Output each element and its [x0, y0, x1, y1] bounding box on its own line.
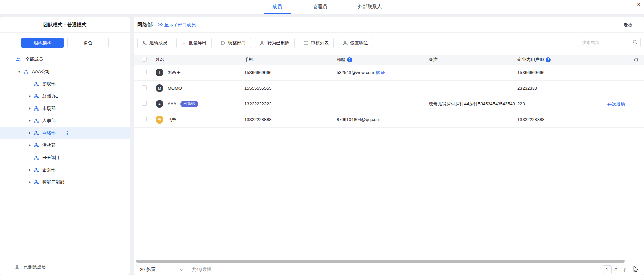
department-icon	[34, 94, 39, 98]
department-icon	[34, 156, 39, 160]
page-size-select[interactable]: 20 条/页	[136, 265, 186, 274]
tree-item-label: 总裁办1	[42, 93, 58, 99]
userid-help-icon[interactable]: ?	[546, 57, 551, 62]
reinvite-link[interactable]: 再次邀请	[607, 101, 625, 107]
show-sub-members-label: 显示子部门成员	[164, 22, 196, 28]
caret-right-icon[interactable]	[28, 169, 31, 171]
download-icon	[182, 41, 186, 45]
review-list-button[interactable]: 审核列表	[299, 38, 334, 48]
move-to-deleted-label: 转为已删除	[267, 40, 289, 46]
show-sub-members-link[interactable]: 显示子部门成员	[158, 22, 196, 28]
invited-status-badge: 已邀请	[180, 101, 198, 107]
avatar: 书	[156, 116, 163, 124]
tree-item-smart-capacity-dept[interactable]: 智能产能部	[0, 176, 130, 188]
caret-right-icon[interactable]	[28, 181, 31, 184]
role-button[interactable]: 角色	[67, 38, 109, 48]
pagination-bar: 20 条/页 共4条数据 1 /1 ❮ ❯	[134, 264, 644, 275]
set-position-label: 设置职位	[350, 40, 368, 46]
member-phone: 13322228888	[244, 117, 337, 122]
department-icon	[34, 180, 39, 184]
tree-item-label: 游戏部	[42, 81, 56, 87]
caret-right-icon[interactable]	[28, 119, 31, 122]
search-icon[interactable]	[633, 40, 638, 46]
person-x-icon	[260, 41, 265, 45]
page-root: 成员 管理员 外部联系人 × 团队模式：普通模式 组织架构 角色 全部成员	[0, 0, 644, 275]
member-search	[578, 38, 641, 47]
review-list-label: 审核列表	[311, 40, 329, 46]
row-checkbox[interactable]	[142, 85, 147, 90]
tree-item-hr-dept[interactable]: 人事部	[0, 115, 130, 127]
caret-right-icon[interactable]	[28, 95, 31, 98]
set-position-button[interactable]: 设置职位	[338, 38, 373, 48]
tab-members[interactable]: 成员	[262, 0, 292, 14]
caret-right-icon[interactable]	[28, 132, 31, 134]
tab-external-label: 外部联系人	[358, 4, 382, 10]
tree-item-ceo-office[interactable]: 总裁办1	[0, 90, 130, 102]
table-header: 姓名 手机 邮箱 ? 备注 企业内用户ID ? ⚙	[134, 55, 644, 65]
close-icon[interactable]: ×	[635, 1, 642, 8]
mode-switch: 组织架构 角色	[0, 38, 130, 48]
adjust-department-button[interactable]: 调整部门	[216, 38, 251, 48]
org-structure-button[interactable]: 组织架构	[21, 38, 64, 48]
email-help-icon[interactable]: ?	[347, 57, 352, 62]
table-row[interactable]: M MOMO 15555555555 23232333	[134, 81, 644, 96]
batch-export-label: 批量导出	[189, 40, 206, 46]
row-checkbox[interactable]	[142, 70, 147, 74]
caret-right-icon[interactable]	[28, 144, 31, 147]
member-phone: 15555555555	[244, 86, 337, 91]
tree-item-label: 市场部	[42, 105, 56, 112]
member-remark: 绕弯儿翁探讨探讨44探讨534534543543543	[429, 101, 517, 107]
search-input[interactable]	[582, 40, 633, 45]
tree-item-marketing-dept[interactable]: 市场部	[0, 102, 130, 115]
horizontal-scrollbar-thumb[interactable]	[136, 260, 625, 263]
table-row[interactable]: 书 飞书 13322228888 8706101804@qq.com 13322…	[134, 112, 644, 128]
sidebar: 团队模式：普通模式 组织架构 角色 全部成员 AAA公司	[0, 17, 130, 275]
verify-email-link[interactable]: 验证	[376, 70, 385, 76]
tree-item-label: 智能产能部	[42, 179, 65, 185]
tab-external-contacts[interactable]: 外部联系人	[348, 0, 392, 14]
member-email: 8706101804@qq.com	[337, 117, 429, 122]
pager: 1 /1 ❮ ❯	[603, 265, 638, 274]
more-actions-icon[interactable]: ⋮	[65, 131, 70, 136]
member-name: AAA	[168, 101, 176, 106]
select-all-checkbox[interactable]	[142, 57, 147, 62]
tree-item-company[interactable]: AAA公司	[0, 66, 130, 78]
team-mode-title: 团队模式：普通模式	[0, 17, 130, 33]
tree-item-activity-dept[interactable]: 活动部	[0, 139, 130, 151]
tree-item-label: 人事部	[42, 118, 56, 124]
department-icon	[34, 82, 39, 86]
invite-member-button[interactable]: 邀请成员	[137, 38, 172, 48]
next-page-icon[interactable]: ❯	[631, 265, 638, 274]
deleted-members-entry[interactable]: 已删除成员	[0, 261, 130, 273]
tab-admins[interactable]: 管理员	[303, 0, 338, 14]
boss-label: 老板	[624, 22, 632, 28]
batch-export-button[interactable]: 批量导出	[176, 38, 212, 48]
caret-down-icon[interactable]	[18, 71, 21, 73]
current-page-input[interactable]: 1	[603, 265, 612, 274]
tree-item-label: 网络部	[42, 130, 56, 136]
tree-item-label: 全部成员	[25, 56, 43, 62]
tree-item-planning-dept[interactable]: 企划部	[0, 164, 130, 176]
tree-item-label: FFF部门	[42, 155, 59, 161]
tree-item-games-dept[interactable]: 游戏部	[0, 78, 130, 90]
row-checkbox[interactable]	[142, 117, 147, 121]
list-icon	[304, 41, 309, 45]
table-row[interactable]: A AAA 已邀请 13222222222 绕弯儿翁探讨探讨44探讨534534…	[134, 96, 644, 112]
row-checkbox[interactable]	[142, 101, 147, 106]
member-name: 飞书	[168, 117, 176, 123]
total-count-label: 共4条数据	[192, 267, 211, 273]
deleted-members-label: 已删除成员	[24, 264, 46, 270]
adjust-department-label: 调整部门	[228, 40, 246, 46]
column-settings-gear-icon[interactable]: ⚙	[634, 57, 639, 62]
caret-right-icon[interactable]	[28, 107, 31, 110]
tree-item-label: AAA公司	[32, 69, 50, 75]
tree-item-fff-dept[interactable]: FFF部门	[0, 151, 130, 164]
move-to-deleted-button[interactable]: 转为已删除	[255, 38, 295, 48]
prev-page-icon[interactable]: ❮	[621, 265, 628, 274]
page-title: 网络部	[137, 21, 153, 28]
tree-item-network-dept[interactable]: 网络部 ⋮	[0, 127, 130, 139]
person-gear-icon	[343, 41, 348, 45]
table-row[interactable]: 王 凯西王 15366669666 532543@wew.com 验证 1536…	[134, 65, 644, 81]
member-phone: 13222222222	[244, 101, 337, 106]
tree-item-all-members[interactable]: 全部成员	[0, 53, 130, 66]
